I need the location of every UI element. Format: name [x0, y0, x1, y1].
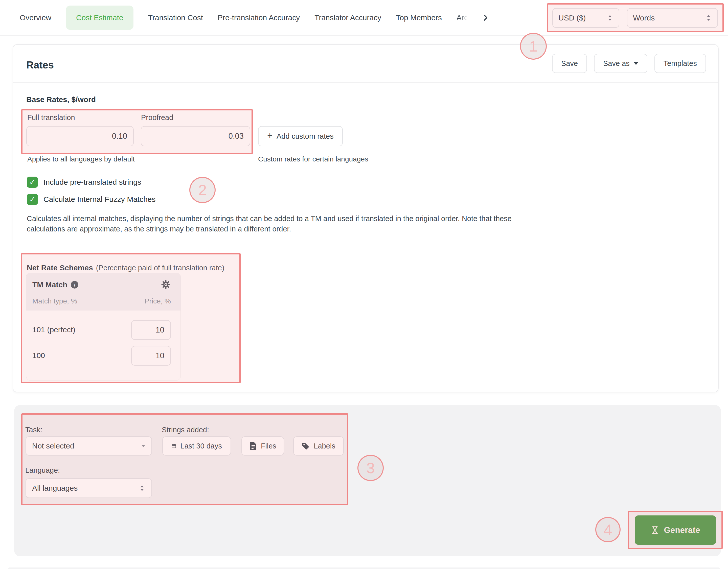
proofread-label: Proofread: [141, 114, 173, 122]
units-select-value: Words: [633, 14, 655, 22]
full-translation-label: Full translation: [27, 114, 75, 122]
gear-icon: [161, 280, 170, 289]
language-label: Language:: [25, 466, 60, 474]
save-button[interactable]: Save: [552, 54, 587, 73]
match-type-100-label: 100: [32, 351, 45, 360]
generate-label: Generate: [664, 525, 700, 535]
internal-fuzzy-label: Calculate Internal Fuzzy Matches: [43, 195, 156, 204]
task-label: Task:: [25, 426, 42, 434]
task-select[interactable]: Not selected: [26, 436, 152, 455]
tab-translation-cost[interactable]: Translation Cost: [148, 13, 203, 22]
match-type-column-header: Match type, %: [32, 297, 77, 305]
tab-archived-truncated[interactable]: Arc: [457, 13, 468, 22]
tabs-overflow-button[interactable]: [481, 13, 490, 22]
price-101-input[interactable]: [131, 320, 171, 340]
add-custom-rates-button[interactable]: + Add custom rates: [258, 126, 343, 146]
next-section-edge: [8, 567, 720, 569]
internal-fuzzy-checkbox-row[interactable]: ✓ Calculate Internal Fuzzy Matches: [27, 194, 156, 205]
panel-divider: [21, 509, 713, 509]
file-icon: [249, 442, 257, 450]
hourglass-icon: [651, 526, 659, 534]
save-as-button[interactable]: Save as: [594, 54, 647, 73]
language-select-value: All languages: [32, 484, 78, 492]
header-divider: [13, 82, 718, 83]
proofread-input[interactable]: [141, 126, 250, 146]
price-column-header: Price, %: [145, 297, 171, 305]
date-range-button[interactable]: Last 30 days: [162, 436, 231, 455]
select-arrows-icon: [139, 484, 145, 492]
page-title: Rates: [26, 59, 54, 71]
tab-cost-estimate[interactable]: Cost Estimate: [66, 6, 133, 30]
net-rate-schemes-heading: Net Rate Schemes: [27, 264, 93, 272]
tab-pre-translation-accuracy[interactable]: Pre-translation Accuracy: [218, 13, 300, 22]
full-translation-input[interactable]: [26, 126, 134, 146]
tab-top-members[interactable]: Top Members: [396, 13, 442, 22]
net-rate-schemes-title: Net Rate Schemes(Percentage paid of full…: [27, 264, 224, 272]
tm-match-settings-button[interactable]: [161, 280, 170, 290]
currency-select-value: USD ($): [558, 14, 586, 22]
labels-filter-label: Labels: [314, 442, 335, 450]
include-pretranslated-label: Include pre-translated strings: [43, 178, 141, 187]
base-rates-title: Base Rates, $/word: [26, 95, 96, 104]
tag-icon: [302, 442, 310, 450]
tm-match-header: TM Match i Match type, % Price, %: [26, 273, 180, 310]
save-as-label: Save as: [603, 59, 630, 68]
card-header-buttons: Save Save as Templates: [552, 54, 706, 73]
generate-button[interactable]: Generate: [635, 515, 716, 545]
generate-report-panel: Task: Not selected Strings added: Last 3…: [14, 405, 721, 556]
checkbox-checked-icon[interactable]: ✓: [27, 177, 38, 188]
language-select[interactable]: All languages: [26, 478, 152, 498]
net-rate-schemes-subtitle: (Percentage paid of full translation rat…: [96, 264, 224, 272]
add-custom-rates-label: Add custom rates: [277, 132, 334, 141]
caret-down-icon: [141, 445, 145, 447]
date-range-label: Last 30 days: [180, 442, 222, 450]
rates-card: Rates Save Save as Templates Base Rates,…: [13, 44, 719, 392]
strings-added-label: Strings added:: [162, 426, 209, 434]
fuzzy-matches-description: Calculates all internal matches, display…: [27, 214, 535, 234]
match-type-101-label: 101 (perfect): [32, 325, 75, 334]
tm-match-card: TM Match i Match type, % Price, %: [26, 273, 180, 380]
tm-match-title: TM Match: [32, 281, 67, 289]
select-arrows-icon: [705, 14, 712, 22]
labels-filter-button[interactable]: Labels: [293, 436, 344, 455]
include-pretranslated-checkbox-row[interactable]: ✓ Include pre-translated strings: [27, 177, 141, 188]
currency-select[interactable]: USD ($): [552, 8, 619, 28]
templates-button[interactable]: Templates: [654, 54, 706, 73]
checkbox-checked-icon[interactable]: ✓: [27, 194, 38, 205]
caret-down-icon: [634, 62, 638, 65]
custom-rates-hint: Custom rates for certain languages: [258, 155, 368, 163]
select-arrows-icon: [607, 14, 613, 22]
base-rates-hint: Applies to all languages by default: [27, 155, 135, 163]
task-select-value: Not selected: [32, 442, 74, 450]
info-icon[interactable]: i: [71, 281, 78, 288]
calendar-icon: [171, 442, 176, 450]
files-filter-button[interactable]: Files: [241, 436, 284, 455]
tab-overview[interactable]: Overview: [20, 13, 51, 22]
plus-icon: +: [267, 131, 272, 140]
price-100-input[interactable]: [131, 346, 171, 365]
chevron-right-icon: [481, 13, 490, 22]
tab-translator-accuracy[interactable]: Translator Accuracy: [314, 13, 381, 22]
files-filter-label: Files: [261, 442, 276, 450]
units-select[interactable]: Words: [627, 8, 718, 28]
